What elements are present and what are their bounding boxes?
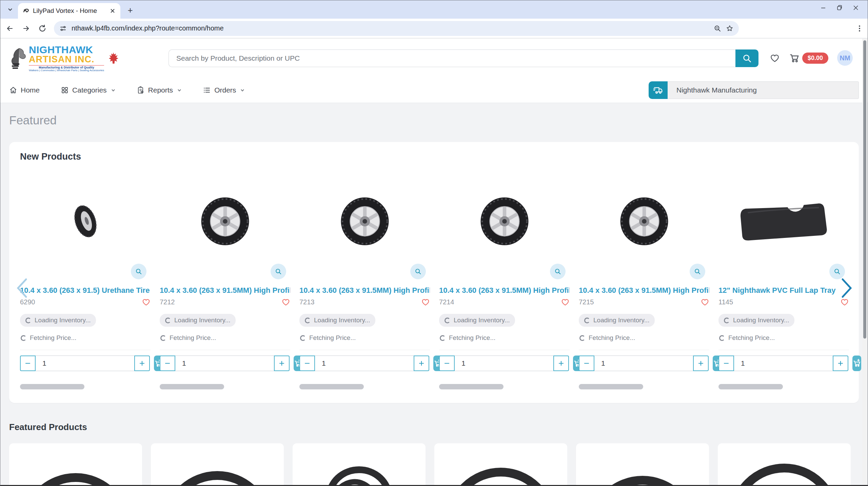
add-to-cart-button[interactable] [852, 356, 861, 371]
logo-tagline2: Walkers | Commodes | Wheelchair Parts | … [29, 69, 104, 72]
search-button[interactable] [735, 49, 758, 67]
browser-tab[interactable]: LilyPad Vortex - Home [18, 3, 120, 19]
quantity-decrease-button[interactable] [579, 356, 594, 371]
quantity-decrease-button[interactable] [718, 356, 734, 371]
user-avatar[interactable]: NM [837, 50, 853, 66]
price-skeleton-bar [160, 384, 224, 389]
spinner-icon [21, 335, 26, 341]
back-button[interactable] [3, 22, 17, 35]
forward-button[interactable] [19, 22, 33, 35]
quantity-input[interactable] [36, 356, 134, 371]
quick-view-button[interactable] [410, 264, 426, 279]
url-bar[interactable]: nthawk.lp4fb.com/index.php?route=common/… [54, 21, 739, 36]
price-skeleton-bar [299, 384, 364, 389]
product-image[interactable] [20, 165, 151, 277]
restore-button[interactable] [836, 5, 845, 11]
quick-view-button[interactable] [550, 264, 566, 279]
fetching-price-badge: Fetching Price... [718, 331, 775, 344]
business-selector[interactable]: Nighthawk Manufacturing [649, 81, 859, 99]
search-input[interactable] [169, 49, 735, 67]
quantity-increase-button[interactable] [274, 356, 290, 371]
carousel-prev-icon[interactable] [12, 276, 32, 300]
favorite-heart-icon[interactable] [281, 298, 290, 306]
product-image[interactable] [439, 165, 570, 277]
quantity-increase-button[interactable] [414, 356, 429, 371]
product-image[interactable] [299, 165, 430, 277]
cart-icon[interactable] [789, 53, 800, 63]
loading-inventory-badge: Loading Inventory... [20, 314, 96, 327]
quantity-decrease-button[interactable] [20, 356, 36, 371]
browser-menu-icon[interactable] [856, 25, 863, 32]
chevron-down-icon [240, 88, 245, 93]
featured-products-heading: Featured Products [9, 422, 859, 432]
product-name-link[interactable]: 10.4 x 3.60 (263 x 91.5) Urethane Tire B… [20, 286, 151, 295]
featured-product-card[interactable] [718, 443, 851, 486]
site-info-icon[interactable] [59, 25, 67, 32]
nav-item-home[interactable]: Home [9, 86, 40, 94]
quantity-input[interactable] [734, 356, 833, 371]
quantity-decrease-button[interactable] [299, 356, 315, 371]
nav-item-categories[interactable]: Categories [61, 86, 116, 94]
delivery-truck-icon[interactable] [649, 81, 668, 99]
featured-product-card[interactable] [293, 443, 426, 486]
fetching-price-label: Fetching Price... [589, 334, 635, 342]
featured-product-card[interactable] [151, 443, 284, 486]
loading-inventory-label: Loading Inventory... [593, 317, 649, 324]
product-name-link[interactable]: 10.4 x 3.60 (263 x 91.5MM) High Profile.… [439, 286, 570, 295]
quick-view-button[interactable] [690, 264, 705, 279]
site-logo[interactable]: NIGHTHAWK ARTISAN INC. Manufacturing & D… [9, 45, 120, 72]
main-nav: Home Categories Reports Orders Nighthawk… [0, 77, 868, 103]
product-image[interactable] [579, 165, 709, 277]
favorite-heart-icon[interactable] [142, 298, 151, 306]
product-name-link[interactable]: 10.4 x 3.60 (263 x 91.5MM) High Profile.… [299, 286, 430, 295]
quantity-increase-button[interactable] [134, 356, 150, 371]
product-name-link[interactable]: 10.4 x 3.60 (263 x 91.5MM) High Profile.… [160, 286, 290, 295]
bookmark-star-icon[interactable] [726, 25, 733, 32]
carousel-next-icon[interactable] [836, 276, 857, 300]
quantity-increase-button[interactable] [553, 356, 569, 371]
quantity-stepper [160, 356, 290, 371]
quantity-input[interactable] [175, 356, 274, 371]
favorite-heart-icon[interactable] [421, 298, 430, 306]
featured-product-card[interactable] [434, 443, 567, 486]
product-name-link[interactable]: 10.4 x 3.60 (263 x 91.5MM) High Profile.… [579, 286, 709, 295]
zoom-page-icon[interactable] [714, 25, 721, 32]
favorite-heart-icon[interactable] [701, 298, 709, 306]
product-name-link[interactable]: 12" Nighthawk PVC Full Lap Tray [718, 286, 849, 295]
product-card: 12" Nighthawk PVC Full Lap Tray 1145 Loa… [718, 165, 849, 389]
featured-product-card[interactable] [576, 443, 709, 486]
reload-button[interactable] [36, 22, 49, 35]
new-tab-button[interactable]: + [124, 4, 136, 16]
cart-total-badge[interactable]: $0.00 [802, 53, 828, 64]
product-sku: 7215 [579, 298, 594, 306]
quantity-input[interactable] [594, 356, 693, 371]
scrollbar-thumb[interactable] [863, 40, 866, 339]
card-divider [20, 350, 151, 350]
product-image[interactable] [718, 165, 849, 277]
minimize-button[interactable] [820, 5, 829, 11]
page-scrollbar[interactable] [862, 39, 867, 486]
favorite-heart-icon[interactable] [561, 298, 570, 306]
url-text[interactable]: nthawk.lp4fb.com/index.php?route=common/… [72, 24, 709, 32]
quantity-increase-button[interactable] [693, 356, 709, 371]
nav-item-reports[interactable]: Reports [137, 86, 182, 94]
quick-view-button[interactable] [131, 264, 146, 279]
quantity-increase-button[interactable] [833, 356, 848, 371]
wishlist-heart-icon[interactable] [770, 53, 780, 63]
quantity-input[interactable] [455, 356, 553, 371]
business-selector-value[interactable]: Nighthawk Manufacturing [668, 81, 859, 99]
wheel-image [339, 196, 390, 247]
quantity-decrease-button[interactable] [160, 356, 175, 371]
cart-group[interactable]: $0.00 [789, 53, 828, 64]
close-window-button[interactable] [853, 5, 862, 11]
featured-product-card[interactable] [9, 443, 142, 486]
nav-item-orders[interactable]: Orders [203, 86, 245, 94]
card-divider [299, 350, 430, 350]
quick-view-button[interactable] [271, 264, 286, 279]
tab-close-icon[interactable] [108, 6, 117, 15]
product-image[interactable] [160, 165, 290, 277]
quantity-decrease-button[interactable] [439, 356, 455, 371]
fetching-price-badge: Fetching Price... [439, 331, 496, 344]
quantity-input[interactable] [315, 356, 414, 371]
tab-search-chevron-icon[interactable] [4, 4, 16, 15]
